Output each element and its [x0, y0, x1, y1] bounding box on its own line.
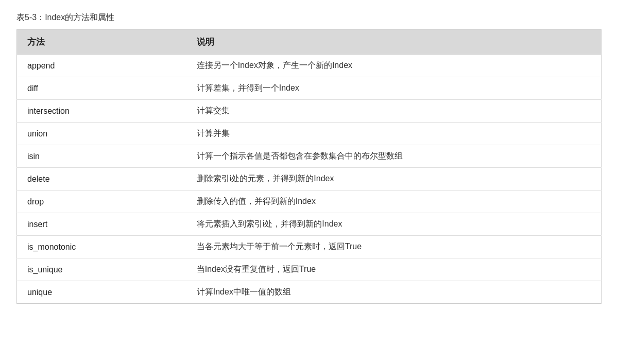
cell-method: union [17, 123, 186, 145]
cell-description: 计算Index中唯一值的数组 [186, 281, 602, 304]
table-title: 表5-3：Index的方法和属性 [16, 12, 602, 23]
cell-method: drop [17, 190, 186, 213]
header-description: 说明 [186, 30, 602, 55]
table-row: diff计算差集，并得到一个Index [17, 77, 602, 100]
table-row: is_monotonic当各元素均大于等于前一个元素时，返回True [17, 236, 602, 258]
table-row: drop删除传入的值，并得到新的Index [17, 190, 602, 213]
cell-method: is_monotonic [17, 236, 186, 258]
cell-method: insert [17, 213, 186, 236]
index-methods-table: 方法 说明 append连接另一个Index对象，产生一个新的Indexdiff… [16, 29, 602, 304]
table-row: intersection计算交集 [17, 100, 602, 123]
cell-description: 删除索引i处的元素，并得到新的Index [186, 168, 602, 190]
cell-description: 计算一个指示各值是否都包含在参数集合中的布尔型数组 [186, 145, 602, 168]
cell-description: 计算并集 [186, 123, 602, 145]
table-row: insert将元素插入到索引i处，并得到新的Index [17, 213, 602, 236]
cell-method: delete [17, 168, 186, 190]
cell-description: 计算差集，并得到一个Index [186, 77, 602, 100]
cell-description: 删除传入的值，并得到新的Index [186, 190, 602, 213]
header-method: 方法 [17, 30, 186, 55]
table-row: unique计算Index中唯一值的数组 [17, 281, 602, 304]
table-row: isin计算一个指示各值是否都包含在参数集合中的布尔型数组 [17, 145, 602, 168]
cell-description: 当Index没有重复值时，返回True [186, 258, 602, 281]
table-row: union计算并集 [17, 123, 602, 145]
cell-description: 当各元素均大于等于前一个元素时，返回True [186, 236, 602, 258]
cell-method: diff [17, 77, 186, 100]
cell-description: 计算交集 [186, 100, 602, 123]
table-row: is_unique当Index没有重复值时，返回True [17, 258, 602, 281]
cell-method: is_unique [17, 258, 186, 281]
table-header-row: 方法 说明 [17, 30, 602, 55]
table-row: append连接另一个Index对象，产生一个新的Index [17, 55, 602, 77]
table-row: delete删除索引i处的元素，并得到新的Index [17, 168, 602, 190]
cell-method: unique [17, 281, 186, 304]
cell-description: 连接另一个Index对象，产生一个新的Index [186, 55, 602, 77]
cell-method: isin [17, 145, 186, 168]
cell-method: append [17, 55, 186, 77]
cell-description: 将元素插入到索引i处，并得到新的Index [186, 213, 602, 236]
cell-method: intersection [17, 100, 186, 123]
